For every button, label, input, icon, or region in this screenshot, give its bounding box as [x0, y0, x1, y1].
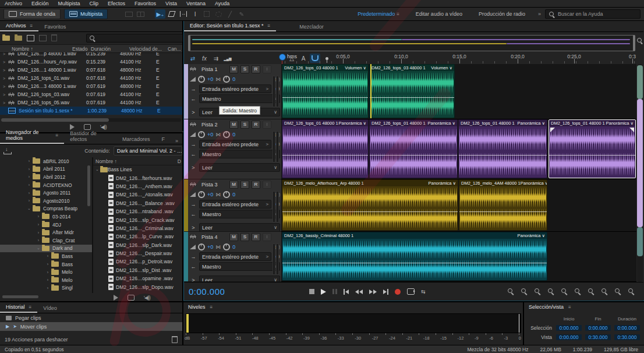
levels-meter[interactable] — [186, 313, 521, 333]
list-item[interactable]: DM2_126…slp_Dark.wav — [93, 241, 182, 249]
volume-knob[interactable] — [198, 243, 205, 250]
solo-button[interactable]: S — [240, 65, 249, 73]
pause-button[interactable] — [332, 289, 334, 294]
time-value[interactable]: 0:00.000 — [556, 325, 582, 331]
list-item[interactable]: DM2_126…p_Detroit.wav — [93, 257, 182, 266]
arm-record-button[interactable]: R — [252, 65, 260, 73]
panel-menu-icon[interactable]: ≡ — [29, 305, 32, 310]
volume-knob[interactable] — [198, 76, 205, 83]
workspace-menu-icon[interactable]: ≡ — [397, 12, 399, 17]
marquee-tool-icon[interactable] — [201, 9, 212, 19]
list-item[interactable]: DM2_126…_Criminal.wav — [93, 224, 182, 232]
media-tab[interactable]: F — [155, 136, 171, 144]
stop-button[interactable] — [309, 289, 314, 294]
clip-header[interactable]: DM2_126_melo_4AM 48000 1Panorámica∨ — [459, 180, 547, 186]
rewind-button[interactable] — [355, 290, 363, 294]
table-row[interactable]: Sesión sin título 1.sesx *1:00.23948000 … — [0, 107, 182, 115]
envelope-line[interactable] — [282, 211, 458, 212]
pan-knob[interactable] — [223, 191, 230, 198]
automation-expander-icon[interactable]: > — [190, 110, 197, 115]
media-tabs-overflow-icon[interactable]: » — [171, 138, 182, 144]
content-dropdown[interactable]: Dark and Minimal Vol. 2 - …∨ — [114, 146, 182, 156]
tree-item[interactable]: ⌄Compras Beatp — [0, 205, 92, 213]
tab-archivos[interactable]: Archivos≡ — [0, 23, 38, 31]
list-item[interactable]: DM2_126…opamine .wav — [93, 274, 182, 283]
audio-clip[interactable]: DM2_126_tops_01 48000 1Panorámica∨ — [369, 119, 458, 178]
zoom-in-button[interactable] — [507, 288, 515, 295]
list-item[interactable]: DM2_126…_Anthem.wav — [93, 182, 182, 190]
trash-icon[interactable] — [172, 336, 178, 343]
envelope-line[interactable] — [282, 97, 368, 98]
list-item[interactable]: DM2_126…_Atonalis.wav — [93, 190, 182, 199]
volume-value[interactable]: +0 — [207, 132, 213, 137]
tree-item[interactable]: ›ACIDTEKNO — [0, 181, 92, 189]
routing-icon[interactable]: ⇉ — [211, 54, 221, 63]
tree-item[interactable]: ›Abril 2012 — [0, 173, 92, 181]
pencil-tool-icon[interactable]: ╱ — [225, 9, 235, 19]
go-to-end-button[interactable] — [383, 289, 388, 295]
expander-icon[interactable]: › — [44, 254, 51, 258]
monitor-input-button[interactable]: I — [263, 181, 271, 189]
expander-icon[interactable]: › — [35, 238, 42, 242]
audio-clip[interactable]: DM2_126_melo_4AM 48000 1Panorámica∨ — [459, 179, 547, 231]
clip-header[interactable]: DM2_126_tops_03 48000 1Volumen∨ — [370, 65, 454, 71]
track-lane[interactable]: DM2_126_tops_03 48000 1Volumen∨DM2_126_t… — [281, 64, 636, 119]
volume-value[interactable]: +0 — [207, 192, 213, 197]
panel-menu-icon[interactable]: ≡ — [30, 23, 33, 29]
track-header[interactable]: Pista 3MSRI+0⋈0(+)→Entrada estéreo prede… — [184, 179, 281, 232]
expander-icon[interactable]: › — [44, 278, 51, 282]
monitor-input-button[interactable]: I — [263, 121, 271, 129]
audio-clip[interactable]: DM2_126_tops_01 48000 1Panorámica∨ — [458, 119, 547, 178]
list-item[interactable]: DM2_126…fterhours.wav — [93, 174, 182, 182]
zoom-full-button[interactable] — [628, 288, 635, 295]
import-media-icon[interactable] — [15, 36, 22, 41]
audio-clip[interactable]: DM2_126_melo_Afterhours_Arp 48000 1Panor… — [282, 179, 458, 231]
mute-button[interactable]: M — [229, 181, 238, 189]
envelope-line[interactable] — [459, 211, 547, 212]
menu-item[interactable]: Multipista — [54, 1, 85, 6]
brush-tool-icon[interactable]: ✎ — [236, 9, 247, 19]
automation-mode-dropdown[interactable]: Leer∨ — [199, 163, 280, 172]
effects-icon[interactable]: fx — [199, 54, 210, 63]
output-selector[interactable]: Maestro> — [199, 94, 280, 103]
media-tab[interactable]: Navegador de medios≡ — [0, 129, 64, 144]
output-selector[interactable]: Maestro> — [199, 262, 280, 271]
audio-clip[interactable]: DM2_126_tops_01 48000 1Panorámica∨ — [549, 119, 636, 178]
expander-icon[interactable]: › — [26, 175, 33, 179]
expander-icon[interactable]: > — [0, 60, 8, 64]
expander-icon[interactable]: > — [0, 101, 8, 105]
table-row[interactable]: >DM2_126_tops_01.wav0:07.61844100 HzE — [0, 74, 182, 82]
clip-header[interactable]: DM2_126_melo_Afterhours_Arp 48000 1Panor… — [282, 180, 458, 186]
zoom-in-time-button[interactable] — [534, 288, 542, 295]
media-tab[interactable]: Bastidor de efectos — [64, 130, 116, 144]
solo-button[interactable]: S — [240, 233, 249, 241]
clip-param-dropdown[interactable]: Panorámica∨ — [517, 121, 545, 126]
zoom-sel-right-button[interactable] — [588, 288, 595, 295]
solo-button[interactable]: S — [240, 121, 249, 129]
menu-item[interactable]: Edición — [27, 1, 54, 6]
tree-item[interactable]: ›Abril 2011 — [0, 165, 92, 174]
solo-button[interactable]: S — [240, 181, 249, 189]
clip-header[interactable]: DM2_126_tops_01 48000 1Panorámica∨ — [459, 120, 547, 126]
automation-expander-icon[interactable]: > — [190, 277, 197, 283]
audio-clip[interactable]: DM2_126_tops_03 48000 1Volumen∨ — [282, 64, 369, 118]
menu-item[interactable]: Vista — [161, 1, 182, 6]
new-item-icon[interactable] — [27, 35, 34, 41]
menu-item[interactable]: Archivo — [0, 1, 27, 6]
expander-icon[interactable]: > — [0, 68, 8, 72]
pan-value[interactable]: 0 — [232, 132, 235, 137]
files-search-input[interactable] — [86, 34, 183, 43]
envelope-line[interactable] — [549, 155, 635, 156]
expander-icon[interactable]: › — [44, 286, 51, 290]
output-selector[interactable]: Maestro> — [199, 150, 280, 158]
time-value[interactable]: 0:30.000 — [585, 334, 611, 340]
expander-icon[interactable]: › — [26, 199, 33, 203]
pan-value[interactable]: 0 — [232, 244, 235, 250]
expander-icon[interactable]: › — [44, 270, 51, 274]
restore-zoom-button[interactable] — [614, 288, 622, 295]
clip-param-dropdown[interactable]: Panorámica∨ — [521, 181, 547, 186]
list-item[interactable]: DM2_126…lp_Curve .wav — [93, 232, 182, 241]
single-view-icon[interactable] — [123, 9, 134, 19]
tab-historial[interactable]: Historial≡ — [0, 304, 37, 313]
input-selector[interactable]: Entrada estéreo predete> — [199, 252, 271, 261]
